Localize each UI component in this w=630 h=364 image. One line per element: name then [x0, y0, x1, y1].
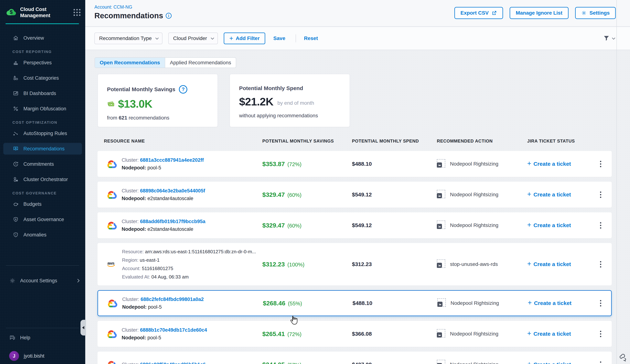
recommendation-type-select[interactable]: Recommendation Type — [94, 32, 162, 44]
sidebar-item-account-settings[interactable]: Account Settings — [0, 275, 85, 287]
resource-line: Cluster: 688c2fefc84fbdc99801a0a2 — [122, 296, 204, 303]
create-ticket-button[interactable]: + Create a ticket — [527, 362, 590, 364]
resource-link[interactable]: 6888b1c70e49db17c1de60c4 — [140, 327, 207, 333]
recommendation-row[interactable]: Cluster: 6886e92f59a48cad86b5b1c6 $244.0… — [98, 352, 612, 364]
create-ticket-button[interactable]: + Create a ticket — [527, 261, 590, 267]
rightsizing-icon — [437, 220, 445, 230]
save-filter-button[interactable]: Save — [273, 35, 285, 41]
user-menu[interactable]: J jyoti.bisht — [0, 350, 85, 362]
app-title: Cloud Cost Management — [20, 6, 50, 19]
column-header-potential-monthly-spend: POTENTIAL MONTHLY SPEND — [352, 139, 437, 144]
row-menu-button[interactable] — [597, 298, 604, 308]
potential-monthly-spend-cell: $549.12 — [352, 191, 437, 198]
action-label: Nodepool Rightsizing — [450, 161, 498, 167]
commitments-icon — [12, 161, 19, 167]
info-icon[interactable]: i — [166, 13, 172, 19]
create-ticket-button[interactable]: + Create a ticket — [527, 222, 590, 228]
sidebar-item-recommendations[interactable]: Recommendations — [3, 143, 82, 155]
row-menu-button[interactable] — [597, 329, 604, 339]
action-label: Nodepool Rightsizing — [450, 300, 499, 306]
chevron-down-icon — [156, 36, 159, 39]
export-csv-button[interactable]: Export CSV — [454, 7, 503, 19]
resource-link[interactable]: 688add6fb019b17f9bccb95a — [140, 219, 206, 224]
add-filter-button[interactable]: +Add Filter — [224, 32, 266, 44]
page-header: Account: CCM-NG Recommendations i Export… — [85, 0, 630, 27]
gear-icon — [581, 10, 587, 16]
sidebar-section-cost-optimization: COST OPTIMIZATION — [12, 120, 85, 125]
action-label: Nodepool Rightsizing — [450, 331, 498, 337]
row-menu-button[interactable] — [597, 259, 604, 269]
sidebar-item-help[interactable]: ? Help — [0, 332, 85, 344]
filter-bar: Recommendation Type Cloud Provider +Add … — [85, 27, 630, 50]
sidebar-item-budgets[interactable]: Budgets — [3, 198, 82, 210]
recommendation-row[interactable]: Cluster: 68898c064e3e2ba0e544005f Nodepo… — [98, 182, 612, 207]
svg-text:aws: aws — [108, 261, 114, 265]
sidebar-item-margin-obfuscation[interactable]: Margin Obfuscation — [3, 103, 82, 115]
sidebar-item-autostopping-rules[interactable]: AutoStopping Rules — [3, 128, 82, 139]
sidebar-item-perspectives[interactable]: Perspectives — [3, 57, 82, 68]
potential-monthly-savings-cell: $329.47(60%) — [262, 191, 352, 198]
recommendation-row[interactable]: Cluster: 688c2fefc84fbdc99801a0a2 Nodepo… — [98, 290, 612, 316]
cluster-orchestrator-icon — [12, 176, 19, 183]
filter-panel-toggle[interactable] — [603, 35, 614, 42]
create-ticket-button[interactable]: + Create a ticket — [527, 331, 590, 337]
money-icon — [107, 100, 115, 108]
chat-widget-icon[interactable] — [619, 353, 628, 363]
rightsizing-icon — [438, 298, 446, 308]
question-icon[interactable]: ? — [179, 85, 187, 94]
resource-link[interactable]: 68898c064e3e2ba0e544005f — [140, 188, 205, 193]
column-header-potential-monthly-savings: POTENTIAL MONTHLY SAVINGS — [262, 139, 352, 144]
sidebar-item-anomalies[interactable]: ! Anomalies — [3, 229, 82, 241]
resource-link[interactable]: 6886e92f59a48cad86b5b1c6 — [140, 362, 206, 364]
row-menu-button[interactable] — [597, 220, 604, 230]
create-ticket-button[interactable]: + Create a ticket — [527, 191, 590, 198]
potential-monthly-savings-cell: $353.87(72%) — [262, 161, 352, 168]
sidebar-item-asset-governance[interactable]: $ Asset Governance — [3, 214, 82, 225]
sidebar-item-label: Budgets — [24, 201, 42, 207]
recommendation-row[interactable]: Cluster: 688add6fb019b17f9bccb95a Nodepo… — [98, 212, 612, 238]
aws-logo-icon: aws — [107, 260, 117, 268]
module-accent-line — [6, 23, 79, 24]
chevron-down-icon — [211, 36, 214, 39]
settings-button[interactable]: Settings — [575, 7, 616, 19]
recommendation-tabs: Open Recommendations Applied Recommendat… — [94, 57, 236, 68]
reset-filter-button[interactable]: Reset — [304, 35, 318, 41]
svg-text:?: ? — [11, 336, 12, 339]
sidebar-item-cluster-orchestrator[interactable]: Cluster Orchestrator — [3, 174, 82, 185]
external-link-icon — [492, 10, 497, 16]
recommendation-row[interactable]: aws Resource: arn:aws:rds:us-east-1:5116… — [98, 243, 612, 285]
resource-line: Cluster: 6881a3ccc887941a4ee202ff — [122, 157, 204, 164]
sidebar-item-cost-categories[interactable]: Cost Categories — [3, 72, 82, 84]
tab-open-recommendations[interactable]: Open Recommendations — [95, 58, 165, 68]
manage-ignore-list-button[interactable]: Manage Ignore List — [510, 7, 568, 19]
gcp-logo-icon — [107, 190, 117, 199]
recommendation-row[interactable]: Cluster: 6888b1c70e49db17c1de60c4 Nodepo… — [98, 321, 612, 347]
resource-details: Cluster: 688add6fb019b17f9bccb95a Nodepo… — [122, 218, 206, 233]
sidebar-item-commitments[interactable]: Commitments — [3, 158, 82, 170]
create-ticket-button[interactable]: + Create a ticket — [527, 161, 590, 167]
cost-categories-icon — [12, 75, 19, 81]
rightsizing-icon — [437, 329, 445, 339]
sidebar-collapse-handle[interactable] — [80, 320, 86, 336]
create-ticket-button[interactable]: + Create a ticket — [528, 300, 590, 306]
tab-applied-recommendations[interactable]: Applied Recommendations — [165, 58, 236, 68]
home-icon — [12, 35, 19, 41]
row-menu-button[interactable] — [597, 360, 604, 364]
row-menu-button[interactable] — [597, 190, 604, 200]
sidebar-item-label: Recommendations — [24, 146, 64, 152]
spend-note: by end of month — [277, 98, 314, 106]
recommendation-row[interactable]: Cluster: 6881a3ccc887941a4ee202ff Nodepo… — [98, 151, 612, 177]
plus-icon: + — [527, 264, 531, 265]
resource-details: Cluster: 68898c064e3e2ba0e544005f Nodepo… — [122, 187, 205, 202]
breadcrumb[interactable]: Account: CCM-NG — [94, 4, 132, 10]
module-switcher-icon[interactable] — [74, 9, 80, 16]
help-chat-icon: ? — [9, 334, 16, 341]
row-menu-button[interactable] — [597, 159, 604, 169]
sidebar-item-bi-dashboards[interactable]: BI Dashboards — [3, 88, 82, 99]
resource-link[interactable]: 6881a3ccc887941a4ee202ff — [140, 157, 204, 163]
cloud-provider-select[interactable]: Cloud Provider — [168, 32, 218, 44]
resource-link[interactable]: 688c2fefc84fbdc99801a0a2 — [141, 297, 204, 302]
savings-subtitle: from 621 recommendations — [107, 115, 208, 121]
sidebar-item-overview[interactable]: Overview — [3, 32, 82, 44]
resource-line: Account: 511616801275 — [122, 264, 256, 272]
